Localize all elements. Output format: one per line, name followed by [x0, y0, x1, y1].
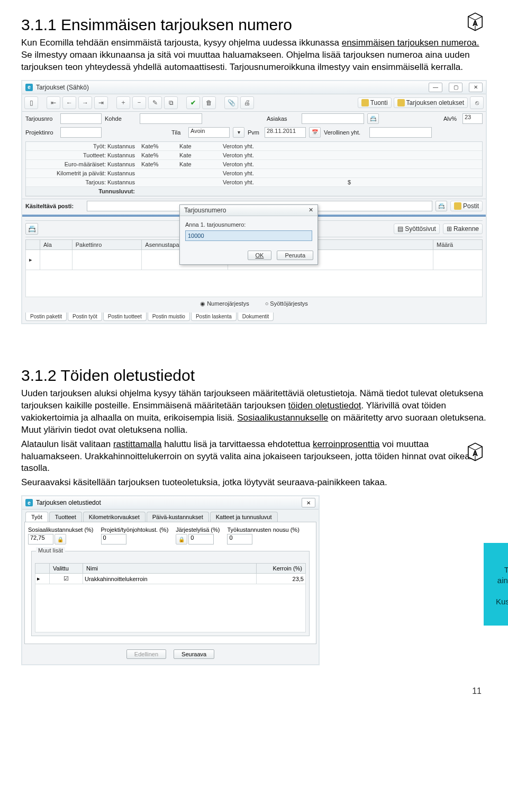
tab-kilometrikorvaukset[interactable]: Kilometrikorvaukset — [83, 512, 146, 522]
radio-numerojarjestys[interactable]: ◉ Numerojärjestys — [200, 300, 249, 307]
inp-projektikust[interactable]: 0 — [101, 534, 126, 545]
tab-tuotteet[interactable]: Tuotteet — [49, 512, 82, 522]
lbl-tila: Tila — [171, 129, 185, 136]
exit-button[interactable]: ⎋ — [470, 96, 484, 109]
edit-button[interactable]: ✎ — [148, 96, 162, 109]
rakenne-button[interactable]: ⊞Rakenne — [443, 224, 483, 234]
tab-tyot[interactable]: Työt — [25, 512, 48, 522]
lbl-tyokust: Työkustannusten nousu (%) — [227, 527, 299, 533]
section-2-para1: Uuden tarjouksen aluksi ohjelma kysyy tä… — [21, 388, 487, 436]
tab-dokumentit[interactable]: Dokumentit — [238, 313, 274, 321]
asiakas-lookup-button[interactable]: 📇 — [367, 113, 379, 124]
calendar-button[interactable]: 📅 — [309, 127, 321, 138]
close-button[interactable]: ✕ — [302, 498, 315, 507]
note-box: Huomioitavaa: Töihin lisättävien kertoim… — [484, 543, 508, 626]
attach-button[interactable]: 📎 — [224, 96, 238, 109]
lbl-asiakas: Asiakas — [267, 115, 298, 122]
tuonti-button[interactable]: Tuonti — [358, 97, 392, 108]
posti-lookup-button[interactable]: 📇 — [436, 201, 447, 211]
lookup-button[interactable]: 📇 — [25, 223, 38, 235]
tree-icon: ⊞ — [447, 225, 452, 233]
inp-tila[interactable]: Avoin — [188, 127, 230, 138]
ok-button[interactable]: OK — [248, 251, 272, 260]
tab-postin-tyot[interactable]: Postin työt — [68, 313, 102, 321]
nav-prev[interactable]: ← — [62, 96, 76, 109]
section-2-heading: 3.1.2 Töiden oletustiedot — [21, 367, 487, 385]
print-button[interactable]: 🖨 — [240, 96, 254, 109]
lbl-pvm: Pvm — [248, 129, 261, 136]
th-maara[interactable]: Määrä — [433, 239, 483, 249]
syottosivut-button[interactable]: ▤Syöttösivut — [394, 224, 440, 234]
titlebar: e Tarjoukset (Sähkö) — ▢ ✕ — [22, 81, 486, 94]
dialog-label: Anna 1. tarjousnumero: — [185, 221, 312, 228]
nav-next[interactable]: → — [78, 96, 92, 109]
next-button[interactable]: Seuraava — [174, 649, 214, 659]
table-row[interactable]: ▸ ☑ Urakkahinnoittelukerroin 23,5 — [35, 574, 306, 584]
confirm-button[interactable]: ✔ — [186, 96, 200, 109]
th-ala[interactable]: Ala — [40, 239, 72, 249]
window-title: Tarjoukset (Sähkö) — [36, 84, 89, 91]
dialog-title: Tarjousnumero — [184, 207, 226, 214]
tila-dropdown[interactable]: ▾ — [233, 127, 244, 138]
tab-katteet[interactable]: Katteet ja tunnusluvut — [210, 512, 278, 522]
lbl-alv: Alv% — [443, 115, 459, 122]
pages-icon: ▤ — [397, 225, 403, 233]
remove-button[interactable]: － — [132, 96, 146, 109]
inp-sosiaalikust[interactable]: 72,75 — [28, 534, 53, 545]
inp-tyokust[interactable]: 0 — [227, 534, 252, 545]
inp-asiakas[interactable] — [302, 113, 364, 124]
inp-projektinro[interactable] — [60, 127, 102, 138]
nav-first[interactable]: ⇤ — [47, 96, 60, 109]
close-button[interactable]: ✕ — [469, 83, 483, 92]
th-pakettinro[interactable]: Pakettinro — [72, 239, 142, 249]
radio-syottojarjestys[interactable]: ○ Syöttöjärjestys — [265, 300, 308, 307]
folder-icon — [397, 99, 405, 106]
postit-button[interactable]: Postit — [450, 201, 483, 211]
toolbar: ▯ ⇤ ← → ⇥ ＋ － ✎ ⧉ ✔ 🗑 📎 🖨 Tuonti Tarjouk… — [22, 94, 486, 112]
lbl-kohde: Kohde — [105, 115, 137, 122]
cancel-button[interactable]: Peruuta — [277, 251, 313, 260]
lock-icon[interactable]: 🔒 — [55, 534, 66, 545]
th-nimi[interactable]: Nimi — [83, 564, 257, 574]
delete-button[interactable]: 🗑 — [202, 96, 216, 109]
oletustiedot-window: e Tarjouksen oletustiedot ✕ Työt Tuottee… — [21, 495, 320, 665]
copy-button[interactable]: ⧉ — [164, 96, 178, 109]
tab-postin-laskenta[interactable]: Postin laskenta — [191, 313, 237, 321]
tarjousnumero-input[interactable] — [185, 230, 312, 241]
row-selector-header — [26, 239, 40, 249]
prev-button[interactable]: Edellinen — [126, 649, 166, 659]
nav-last[interactable]: ⇥ — [94, 96, 108, 109]
tab-paivakustannukset[interactable]: Päivä-kustannukset — [147, 512, 209, 522]
th-kerroin[interactable]: Kerroin (%) — [257, 564, 306, 574]
inp-kohde[interactable] — [140, 113, 202, 124]
inp-tarjousnro[interactable] — [60, 113, 102, 124]
lbl-projektinro: Projektinro — [25, 129, 57, 136]
inp-alv[interactable]: 23 — [462, 113, 483, 124]
lbl-sosiaalikust: Sosiaalikustannukset (%) — [28, 527, 94, 533]
note-body: Töihin lisättävien kertoimien käyttöä on… — [493, 565, 508, 618]
checkbox-valittu[interactable]: ☑ — [64, 575, 69, 582]
minimize-button[interactable]: — — [429, 83, 442, 92]
maximize-button[interactable]: ▢ — [449, 83, 462, 92]
th-valittu[interactable]: Valittu — [50, 564, 83, 574]
add-button[interactable]: ＋ — [116, 96, 130, 109]
oletukset-button[interactable]: Tarjouksen oletukset — [394, 97, 468, 108]
section-2-para3: Seuraavaksi käsitellään tarjouksen tuote… — [21, 477, 487, 489]
folder-icon — [361, 99, 369, 106]
section-1-heading: 3.1.1 Ensimmäisen tarjouksen numero — [21, 16, 487, 34]
lock-icon[interactable]: 🔒 — [176, 534, 187, 545]
dialog-close-button[interactable]: ✕ — [309, 207, 313, 213]
lbl-verollinen: Verollinen yht. — [324, 129, 366, 136]
tab-postin-paketit[interactable]: Postin paketit — [25, 313, 67, 321]
tab-postin-tuotteet[interactable]: Postin tuotteet — [103, 313, 147, 321]
tarjoukset-window: e Tarjoukset (Sähkö) — ▢ ✕ ▯ ⇤ ← → ⇥ ＋ －… — [21, 80, 487, 324]
tab-postin-muistio[interactable]: Postin muistio — [148, 313, 190, 321]
inp-pvm[interactable]: 28.11.2011 — [265, 127, 306, 138]
toolbar-btn[interactable]: ▯ — [24, 96, 38, 109]
inp-jarjestelylisa[interactable]: 0 — [188, 534, 214, 545]
lbl-jarjestelylisa: Järjestelylisä (%) — [176, 527, 220, 533]
grid-row-label: Euro-määräiset: Kustannus — [26, 160, 138, 168]
legend-muut-lisat: Muut lisät — [36, 547, 65, 554]
grid-row-label: Tarjous: Kustannus — [26, 178, 138, 186]
inp-verollinen[interactable] — [369, 127, 432, 138]
